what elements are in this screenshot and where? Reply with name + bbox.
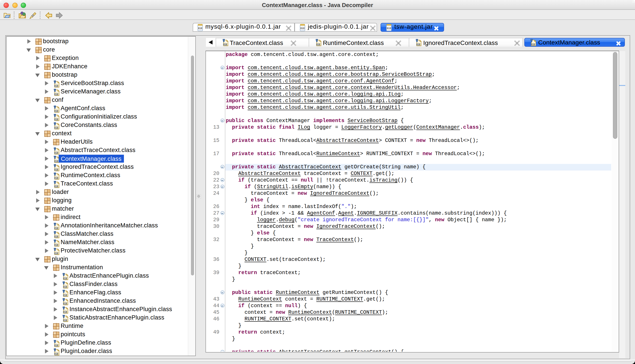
svg-text:010: 010	[531, 44, 535, 46]
svg-text:010: 010	[55, 110, 58, 112]
svg-text:010: 010	[301, 27, 304, 29]
svg-text:010: 010	[223, 44, 227, 46]
svg-text:010: 010	[387, 27, 391, 29]
svg-text:010: 010	[63, 286, 67, 288]
svg-text:010: 010	[55, 244, 58, 246]
svg-text:010: 010	[55, 126, 58, 129]
svg-text:010: 010	[55, 344, 58, 346]
svg-text:010: 010	[416, 44, 420, 46]
svg-text:010: 010	[63, 311, 67, 313]
svg-text:010: 010	[55, 252, 58, 254]
svg-text:010: 010	[316, 44, 320, 46]
svg-text:010: 010	[198, 27, 202, 29]
svg-text:010: 010	[63, 319, 67, 321]
svg-text:010: 010	[55, 177, 58, 179]
svg-text:010: 010	[63, 294, 67, 296]
svg-text:010: 010	[55, 185, 58, 187]
svg-text:010: 010	[55, 160, 58, 162]
svg-text:010: 010	[55, 235, 58, 238]
svg-text:010: 010	[55, 84, 58, 87]
svg-text:010: 010	[55, 93, 58, 95]
svg-text:010: 010	[55, 152, 58, 154]
svg-text:010: 010	[55, 227, 58, 229]
svg-text:010: 010	[63, 277, 67, 280]
svg-text:010: 010	[55, 118, 58, 120]
svg-text:010: 010	[55, 352, 58, 355]
svg-text:010: 010	[63, 302, 67, 304]
svg-text:010: 010	[55, 168, 58, 170]
